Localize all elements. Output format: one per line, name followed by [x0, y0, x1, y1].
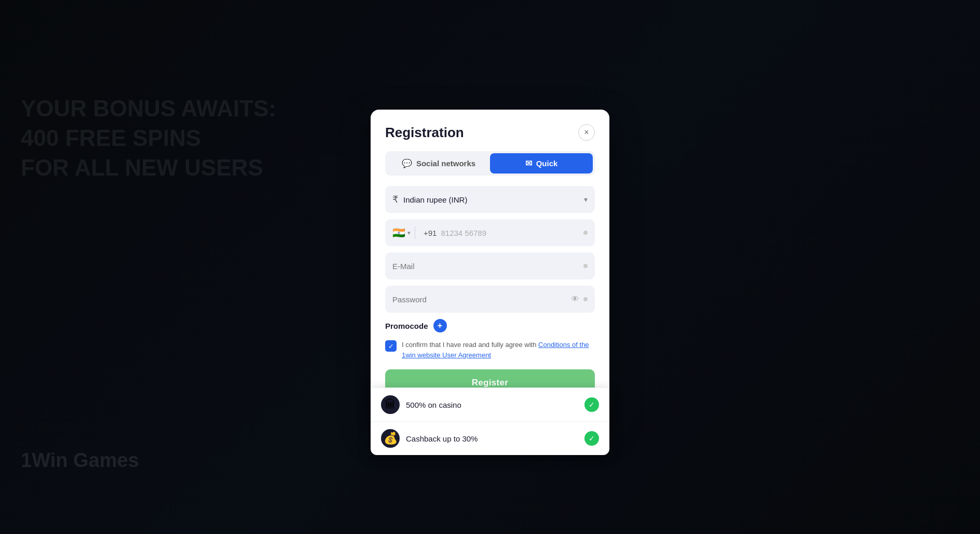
casino-icon: 🏛: [381, 395, 400, 414]
email-input[interactable]: [392, 262, 579, 271]
cashback-icon: 💰: [381, 429, 400, 448]
social-icon: 💬: [402, 158, 412, 168]
password-status-dot: [583, 297, 588, 301]
password-row: 👁: [385, 286, 595, 313]
currency-icon: ₹: [392, 194, 398, 205]
email-status-dot: [583, 264, 588, 268]
country-selector[interactable]: 🇮🇳 ▾: [392, 226, 415, 239]
check-icon: ✓: [589, 401, 595, 409]
bonus-casino-text: 500% on casino: [406, 401, 578, 409]
agree-row: ✓ I confirm that I have read and fully a…: [385, 340, 595, 360]
bonus-item-casino: 🏛 500% on casino ✓: [371, 388, 609, 421]
currency-select[interactable]: Indian rupee (INR): [403, 195, 579, 204]
phone-status-dot: [583, 231, 588, 235]
password-input[interactable]: [392, 295, 567, 304]
tab-quick-label: Quick: [536, 159, 558, 168]
bonus-cashback-text: Cashback up to 30%: [406, 434, 578, 443]
checkmark-icon: ✓: [388, 342, 394, 350]
casino-check-badge: ✓: [584, 397, 599, 412]
bonus-bar: 🏛 500% on casino ✓ 💰 Cashback up to 30% …: [371, 388, 609, 455]
bonus-item-cashback: 💰 Cashback up to 30% ✓: [371, 421, 609, 455]
promocode-label: Promocode: [385, 322, 428, 330]
promocode-row: Promocode +: [385, 319, 595, 332]
phone-group: 🇮🇳 ▾ +91: [385, 219, 595, 246]
cashback-check-badge: ✓: [584, 431, 599, 446]
close-icon: ×: [584, 128, 589, 137]
flag-icon: 🇮🇳: [392, 226, 405, 239]
registration-tabs: 💬 Social networks ✉ Quick: [385, 151, 595, 176]
agree-checkbox[interactable]: ✓: [385, 340, 397, 352]
phone-row: 🇮🇳 ▾ +91: [385, 219, 595, 246]
email-group: [385, 252, 595, 279]
email-row: [385, 252, 595, 279]
eye-icon[interactable]: 👁: [571, 295, 579, 304]
tab-quick[interactable]: ✉ Quick: [490, 153, 593, 173]
currency-group: ₹ Indian rupee (INR) ▾: [385, 186, 595, 213]
agree-text: I confirm that I have read and fully agr…: [402, 340, 595, 360]
flag-chevron-icon: ▾: [407, 230, 411, 236]
tab-social-networks[interactable]: 💬 Social networks: [387, 153, 490, 173]
close-button[interactable]: ×: [578, 124, 595, 141]
currency-selector[interactable]: ₹ Indian rupee (INR) ▾: [385, 186, 595, 213]
phone-input[interactable]: [441, 229, 579, 237]
plus-icon: +: [438, 322, 442, 330]
tab-social-label: Social networks: [416, 159, 475, 168]
modal-header: Registration ×: [385, 124, 595, 141]
registration-modal: Registration × 💬 Social networks ✉ Quick…: [371, 110, 609, 424]
chevron-down-icon: ▾: [584, 195, 588, 204]
add-promocode-button[interactable]: +: [433, 319, 447, 332]
phone-prefix: +91: [419, 229, 437, 237]
modal-title: Registration: [385, 125, 464, 141]
password-group: 👁: [385, 286, 595, 313]
email-icon: ✉: [525, 158, 532, 168]
check-icon-2: ✓: [589, 434, 595, 443]
